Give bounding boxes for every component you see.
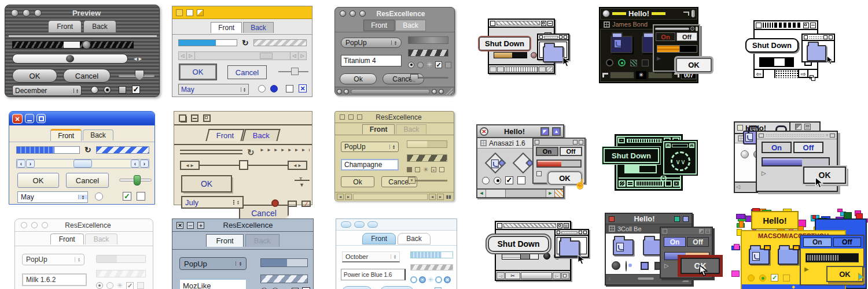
popup-menu[interactable]: PopUp (22, 254, 84, 265)
collapse-icon[interactable] (547, 21, 553, 26)
collapse-icon[interactable] (810, 23, 816, 28)
radio-selected[interactable] (606, 59, 613, 66)
scroll-left-icon[interactable]: ◅ (496, 272, 505, 279)
tab-front[interactable]: Front (50, 234, 84, 244)
checkbox-checked[interactable] (407, 167, 412, 172)
horizontal-scrollbar[interactable] (489, 64, 554, 73)
close-icon[interactable] (340, 114, 345, 120)
radio-unselected[interactable] (417, 62, 424, 68)
checkbox-unchecked[interactable] (137, 192, 145, 201)
power-radio-icon[interactable]: ◓ (419, 276, 426, 283)
minimize-icon[interactable] (186, 9, 193, 16)
tab-back[interactable]: Back (243, 22, 274, 33)
popup-menu[interactable]: October (342, 251, 400, 262)
radio-unselected[interactable] (482, 177, 490, 184)
slider-thumb[interactable] (134, 175, 141, 186)
radio-selected[interactable] (408, 62, 414, 68)
ok-button[interactable]: OK (17, 173, 59, 188)
tab-front[interactable]: Front (206, 129, 245, 141)
window-button-icon[interactable] (42, 222, 48, 228)
slider-track[interactable]: ▼ (407, 180, 447, 181)
collapse-icon[interactable] (830, 134, 835, 138)
text-field[interactable]: MozLike (179, 279, 247, 289)
raised-box-icon[interactable] (439, 167, 444, 172)
radio-unselected[interactable] (748, 275, 755, 281)
collapse-icon[interactable] (579, 140, 583, 144)
scroll-left-icon[interactable]: ◂ (337, 194, 344, 200)
slider-track[interactable] (408, 77, 448, 79)
checkbox-checked[interactable] (505, 176, 513, 184)
scroll-button[interactable] (627, 180, 634, 187)
hook-icon[interactable] (683, 12, 689, 16)
zoom-icon[interactable]: ✕ (689, 143, 694, 148)
ok-button[interactable]: OK (12, 69, 57, 83)
checkbox-checked[interactable] (641, 262, 649, 270)
popup-menu[interactable]: May (17, 191, 88, 203)
scissors-thumb-icon[interactable]: ✂ (505, 272, 520, 279)
shutdown-button[interactable]: Shut Down (479, 37, 530, 50)
slider-thumb[interactable] (291, 68, 299, 75)
ok-button[interactable]: OK (179, 64, 216, 80)
bullet-icon[interactable] (692, 10, 695, 17)
scroll-right-icon[interactable]: ▻ (553, 272, 561, 279)
play-box-icon[interactable]: ▸ (431, 167, 436, 172)
tab-front[interactable]: Front (48, 20, 82, 32)
radio-unselected[interactable] (612, 261, 620, 270)
checkbox-unchecked[interactable] (286, 85, 293, 92)
collapse-icon[interactable]: ▲ (552, 127, 561, 136)
on-button[interactable]: On (656, 32, 675, 41)
checkbox-unchecked[interactable] (517, 176, 525, 184)
disclosure-triangle-icon[interactable]: ▶ (657, 55, 661, 61)
scroll-right-icon[interactable] (665, 180, 672, 187)
globe-button-icon[interactable] (602, 10, 610, 17)
scroll-button[interactable] (490, 66, 496, 72)
window-button-icon[interactable] (367, 221, 378, 228)
bullet-icon[interactable] (696, 27, 698, 31)
radio-unselected[interactable] (258, 85, 266, 92)
cancel-button[interactable]: Cancel (63, 69, 111, 83)
checkbox-unchecked[interactable] (288, 201, 297, 207)
popup-menu[interactable]: December (12, 85, 82, 96)
slider-track[interactable] (278, 71, 308, 72)
zoom-icon[interactable]: ◤ (540, 127, 549, 136)
checkbox-unchecked[interactable] (119, 86, 126, 94)
scrollbar-thumb[interactable] (73, 160, 92, 168)
window-button-icon[interactable] (21, 222, 27, 228)
folder-icon[interactable] (749, 249, 770, 265)
tab-front[interactable]: Front (206, 234, 243, 247)
close-icon[interactable] (756, 23, 762, 28)
off-button[interactable]: Off (687, 237, 709, 247)
close-icon[interactable] (737, 125, 743, 131)
on-button[interactable]: On (762, 142, 792, 153)
scrollbar-track[interactable] (648, 72, 672, 79)
tab-front[interactable]: Front (50, 129, 82, 141)
scrollbar[interactable]: ‹ › ‹ › (16, 159, 149, 168)
scrollbar-track[interactable] (521, 272, 552, 279)
horizontal-scrollbar[interactable]: ◄ ► (477, 188, 563, 197)
scroll-right-icon[interactable]: ▷ (298, 52, 306, 60)
window-button-icon[interactable] (11, 9, 19, 17)
window-button-icon[interactable] (34, 9, 42, 17)
slider-track[interactable] (119, 179, 152, 181)
tab-back[interactable]: Back (245, 234, 279, 247)
checkbox-checked[interactable] (123, 192, 131, 201)
scroll-right-icon[interactable]: › (26, 160, 35, 168)
tab-back[interactable]: Back (85, 234, 118, 244)
text-field[interactable]: Titanium 4 (341, 55, 402, 66)
scrollbar-thumb[interactable] (764, 70, 775, 78)
scrollbar-thumb[interactable] (239, 160, 248, 170)
disclosure-triangle-icon[interactable]: ▷ (762, 170, 766, 176)
checkbox-unchecked[interactable] (137, 282, 144, 289)
on-button[interactable]: On (664, 237, 686, 247)
popup-menu[interactable]: July (181, 196, 244, 209)
close-icon[interactable]: ✕ (480, 127, 488, 136)
scrollbar-thumb[interactable] (66, 55, 74, 62)
maximize-icon[interactable] (36, 114, 46, 123)
maximize-icon[interactable]: ＋ (197, 222, 204, 229)
scroll-left-icon[interactable]: ◂ (429, 194, 436, 200)
checkbox-checked[interactable] (299, 84, 307, 92)
close-icon[interactable]: ✕ (12, 114, 23, 124)
scroll-button-icon[interactable] (432, 89, 437, 94)
scroll-left-icon[interactable]: ◁ (736, 184, 740, 190)
popup-menu[interactable]: PopUp (179, 257, 247, 270)
